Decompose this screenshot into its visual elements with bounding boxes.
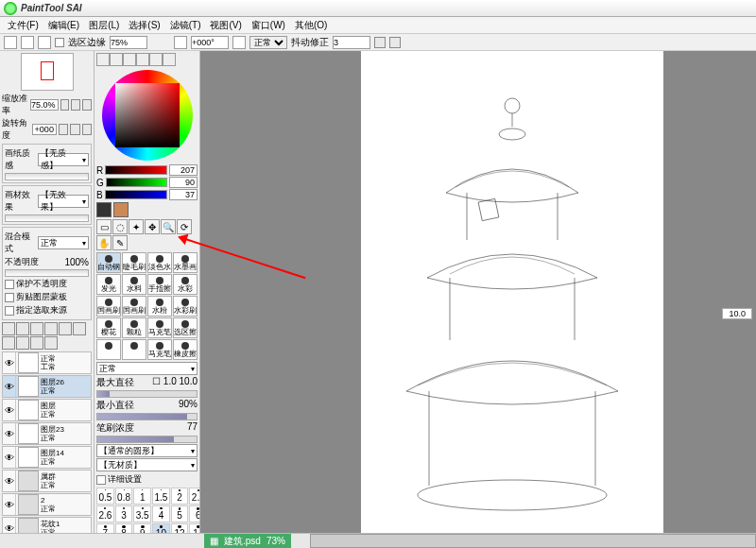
canvas[interactable] <box>361 51 663 542</box>
merge-down-icon[interactable] <box>2 336 15 350</box>
brush-shape-dropdown[interactable]: 【通常的圆形】 <box>96 444 198 457</box>
menu-filter[interactable]: 滤镜(T) <box>166 19 205 32</box>
color-tab[interactable] <box>123 53 136 66</box>
clipping-check[interactable] <box>5 293 14 302</box>
navigator-preview[interactable] <box>21 53 74 91</box>
visibility-icon[interactable]: 👁 <box>3 494 16 515</box>
visibility-icon[interactable]: 👁 <box>3 471 16 491</box>
brush-preset[interactable]: 颗粒 <box>122 317 146 338</box>
layer-item[interactable]: 👁图层正常 <box>2 399 92 421</box>
color-tab[interactable] <box>96 53 110 66</box>
size-preset[interactable]: 2 <box>171 488 189 505</box>
brush-preset[interactable]: 淡色水 <box>147 252 172 273</box>
rect-select-icon[interactable]: ▭ <box>96 219 112 234</box>
menu-select[interactable]: 选择(S) <box>125 19 163 32</box>
color-tab[interactable] <box>163 53 176 66</box>
max-size-slider[interactable] <box>96 390 198 398</box>
r-value[interactable]: 207 <box>169 164 198 176</box>
size-preset[interactable]: 2.6 <box>96 505 114 522</box>
menu-layer[interactable]: 图层(L) <box>85 19 123 32</box>
document-tab[interactable]: ▦ 建筑.psd 73% <box>204 534 291 548</box>
size-preset[interactable]: 14 <box>189 523 200 533</box>
brush-preset[interactable] <box>122 339 146 360</box>
move-up-icon[interactable] <box>30 336 43 350</box>
fg-swatch[interactable] <box>96 202 112 217</box>
size-preset[interactable]: 5 <box>171 505 189 522</box>
visibility-icon[interactable]: 👁 <box>3 518 16 533</box>
rot-cw-icon[interactable] <box>70 124 79 135</box>
visibility-icon[interactable]: 👁 <box>3 376 16 397</box>
rot-reset-icon[interactable] <box>82 124 92 135</box>
brush-preset[interactable]: 水墨画 <box>173 252 198 273</box>
menu-window[interactable]: 窗口(W) <box>248 19 289 32</box>
g-value[interactable]: 90 <box>169 177 198 188</box>
protect-alpha-check[interactable] <box>5 280 14 289</box>
size-preset[interactable]: 3.5 <box>133 505 151 522</box>
brush-preset[interactable]: 发光 <box>96 274 121 295</box>
zoom-value[interactable]: 75.0% <box>30 99 59 111</box>
size-preset[interactable]: 2.3 <box>189 488 200 505</box>
brush-preset[interactable]: 水料 <box>122 274 146 295</box>
topopt-icon[interactable] <box>38 36 51 49</box>
visibility-icon[interactable]: 👁 <box>3 447 16 468</box>
brush-preset[interactable]: 国画刷1 <box>96 296 121 317</box>
size-preset[interactable]: 1.5 <box>152 488 170 505</box>
new-folder-icon[interactable] <box>30 322 43 335</box>
menu-view[interactable]: 视图(V) <box>206 19 245 32</box>
lasso-icon[interactable]: ◌ <box>112 219 128 234</box>
brush-preset[interactable]: 马克笔 <box>147 317 172 338</box>
size-preset[interactable]: 0.5 <box>96 488 114 505</box>
brush-preset[interactable]: 橡皮擦 <box>173 339 198 360</box>
menu-edit[interactable]: 编辑(E) <box>44 19 83 32</box>
paper-effect-dropdown[interactable]: 【无效果】 <box>38 195 89 208</box>
size-preset[interactable]: 6 <box>189 505 200 522</box>
rotate-value[interactable]: +000 <box>32 124 57 135</box>
brush-preset[interactable]: 水粉 <box>147 296 172 317</box>
brush-preset[interactable]: 选区擦 <box>173 317 198 338</box>
menu-file[interactable]: 文件(F) <box>4 19 43 32</box>
layer-item[interactable]: 👁2正常 <box>2 493 92 516</box>
color-tab[interactable] <box>110 53 123 66</box>
size-preset[interactable]: 4 <box>152 505 170 522</box>
size-preset[interactable]: 3 <box>115 505 133 522</box>
brush-preset[interactable]: 马克笔 <box>147 339 172 360</box>
layer-item[interactable]: 👁图层23正常 <box>2 422 92 445</box>
menu-other[interactable]: 其他(O) <box>291 19 331 32</box>
zoom-out-icon[interactable] <box>71 99 80 111</box>
visibility-icon[interactable]: 👁 <box>3 352 16 373</box>
new-layer-icon[interactable] <box>2 322 15 335</box>
topopt-icon[interactable] <box>174 36 187 49</box>
blend-mode-top[interactable]: 正常 <box>249 36 287 49</box>
paper-effect-slider[interactable] <box>5 214 89 222</box>
b-slider[interactable] <box>105 190 167 199</box>
topopt-btn[interactable] <box>389 37 401 48</box>
topopt-icon[interactable] <box>232 36 246 49</box>
layer-mask-icon[interactable] <box>44 322 58 335</box>
move-down-icon[interactable] <box>44 336 58 350</box>
r-slider[interactable] <box>105 165 167 175</box>
paper-texture-slider[interactable] <box>5 173 89 180</box>
g-slider[interactable] <box>106 178 167 187</box>
layer-item[interactable]: 👁正常工常 <box>2 351 92 374</box>
selection-edge-check[interactable] <box>55 38 64 47</box>
paper-texture-dropdown[interactable]: 【无质感】 <box>38 153 89 166</box>
new-linework-icon[interactable] <box>16 322 29 335</box>
brush-preset[interactable]: 樱花 <box>96 317 121 338</box>
b-value[interactable]: 37 <box>169 189 198 200</box>
color-tab[interactable] <box>149 53 163 66</box>
angle-value[interactable] <box>191 36 229 49</box>
size-preset[interactable]: 0.8 <box>115 488 133 505</box>
min-size-slider[interactable] <box>96 413 198 420</box>
color-wheel[interactable] <box>102 70 193 161</box>
size-preset[interactable]: 9 <box>133 523 151 533</box>
bg-swatch[interactable] <box>113 202 129 217</box>
visibility-icon[interactable]: 👁 <box>3 423 16 444</box>
details-check[interactable] <box>96 475 106 485</box>
flatten-icon[interactable] <box>16 336 29 350</box>
brush-preset[interactable]: 水彩 <box>173 274 198 295</box>
topopt-icon[interactable] <box>21 36 34 49</box>
layer-item[interactable]: 👁属群正常 <box>2 470 92 492</box>
size-preset[interactable]: 8 <box>115 523 133 533</box>
brush-preset[interactable]: 睫毛刷 <box>122 252 146 273</box>
move-icon[interactable]: ✥ <box>145 219 160 234</box>
